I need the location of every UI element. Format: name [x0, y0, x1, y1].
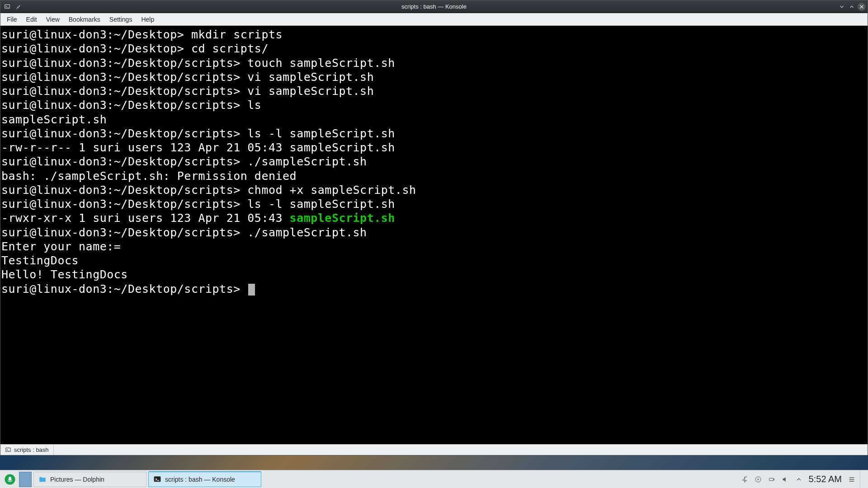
- app-icon: [3, 3, 11, 11]
- terminal-line: suri@linux-don3:~/Desktop/scripts> ls -l…: [1, 197, 867, 211]
- start-button[interactable]: [2, 471, 18, 488]
- menubar: FileEditViewBookmarksSettingsHelp: [0, 13, 868, 26]
- terminal-line: suri@linux-don3:~/Desktop/scripts> ls: [1, 98, 867, 112]
- terminal-line: suri@linux-don3:~/Desktop/scripts> vi sa…: [1, 84, 867, 98]
- battery-icon[interactable]: [768, 476, 775, 483]
- show-desktop-button[interactable]: [860, 470, 868, 488]
- bluetooth-icon[interactable]: [741, 476, 748, 483]
- terminal-line: Enter your name:=: [1, 239, 867, 253]
- tab-bar: scripts : bash: [0, 444, 868, 455]
- terminal-line: suri@linux-don3:~/Desktop/scripts> ls -l…: [1, 127, 867, 141]
- terminal-icon: [5, 447, 11, 453]
- executable-filename: sampleScript.sh: [290, 211, 395, 225]
- task-label: scripts : bash — Konsole: [165, 476, 235, 483]
- konsole-window: scripts : bash — Konsole FileEditViewBoo…: [0, 0, 868, 455]
- menu-settings[interactable]: Settings: [105, 14, 137, 25]
- terminal-line: suri@linux-don3:~/Desktop/scripts> chmod…: [1, 183, 867, 197]
- taskbar: Pictures — Dolphinscripts : bash — Konso…: [0, 470, 868, 488]
- panel-options-icon[interactable]: [848, 476, 855, 483]
- terminal-line: suri@linux-don3:~/Desktop/scripts> touch…: [1, 56, 867, 70]
- terminal-output[interactable]: suri@linux-don3:~/Desktop> mkdir scripts…: [0, 26, 868, 444]
- terminal-line: bash: ./sampleScript.sh: Permission deni…: [1, 169, 867, 183]
- window-title: scripts : bash — Konsole: [0, 3, 868, 10]
- svg-rect-5: [769, 478, 773, 480]
- svg-rect-6: [774, 479, 774, 480]
- terminal-line: suri@linux-don3:~/Desktop> cd scripts/: [1, 42, 867, 56]
- quick-launch-desktop[interactable]: [19, 472, 32, 487]
- terminal-line: TestingDocs: [1, 253, 867, 267]
- task-terminal[interactable]: scripts : bash — Konsole: [148, 472, 261, 487]
- clock[interactable]: 5:52 AM: [809, 474, 842, 484]
- maximize-button[interactable]: [848, 3, 856, 11]
- minimize-button[interactable]: [838, 3, 846, 11]
- terminal-line: -rwxr-xr-x 1 suri users 123 Apr 21 05:43…: [1, 211, 867, 225]
- tab-label: scripts : bash: [14, 446, 49, 453]
- close-button[interactable]: [858, 3, 866, 11]
- terminal-line: sampleScript.sh: [1, 113, 867, 127]
- system-tray: 5:52 AM: [741, 474, 860, 484]
- menu-bookmarks[interactable]: Bookmarks: [64, 14, 105, 25]
- task-label: Pictures — Dolphin: [50, 476, 104, 483]
- terminal-icon: [153, 475, 161, 483]
- menu-file[interactable]: File: [2, 14, 22, 25]
- terminal-line: -rw-r--r-- 1 suri users 123 Apr 21 05:43…: [1, 141, 867, 155]
- task-folder[interactable]: Pictures — Dolphin: [33, 472, 146, 487]
- start-icon: [5, 474, 15, 485]
- terminal-line: suri@linux-don3:~/Desktop> mkdir scripts: [1, 28, 867, 42]
- folder-icon: [38, 475, 47, 483]
- terminal-line: Hello! TestingDocs: [1, 267, 867, 282]
- tray-expand-icon[interactable]: [795, 476, 802, 483]
- menu-help[interactable]: Help: [137, 14, 159, 25]
- clipboard-icon[interactable]: [755, 476, 762, 483]
- menu-edit[interactable]: Edit: [22, 14, 42, 25]
- terminal-cursor: [248, 284, 255, 296]
- terminal-line: suri@linux-don3:~/Desktop/scripts> ./sam…: [1, 155, 867, 169]
- terminal-tab[interactable]: scripts : bash: [0, 445, 54, 455]
- titlebar: scripts : bash — Konsole: [0, 0, 868, 13]
- pin-icon[interactable]: [14, 3, 22, 11]
- menu-view[interactable]: View: [42, 14, 64, 25]
- terminal-line: suri@linux-don3:~/Desktop/scripts> vi sa…: [1, 70, 867, 84]
- volume-icon[interactable]: [782, 476, 789, 483]
- terminal-line: suri@linux-don3:~/Desktop/scripts>: [1, 282, 867, 296]
- terminal-line: suri@linux-don3:~/Desktop/scripts> ./sam…: [1, 225, 867, 239]
